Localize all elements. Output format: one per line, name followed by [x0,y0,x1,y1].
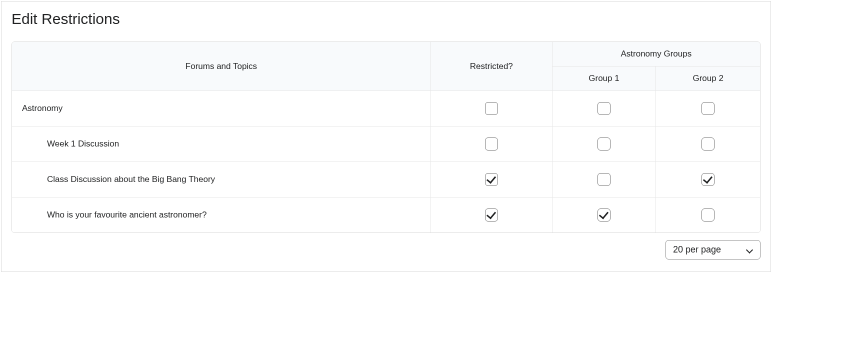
checkbox-group2[interactable] [702,138,714,150]
checkbox-group2[interactable] [702,173,714,186]
checkbox-restricted[interactable] [485,138,498,150]
page-title: Edit Restrictions [12,10,760,28]
pager-row: 20 per page [12,240,760,260]
checkbox-group1[interactable] [598,102,610,115]
cell-group2 [656,162,760,198]
table-row: Who is your favourite ancient astronomer… [12,198,760,232]
cell-group1 [552,91,656,126]
column-header-forums: Forums and Topics [12,42,431,91]
checkbox-restricted[interactable] [485,102,498,115]
checkbox-group2[interactable] [702,102,714,115]
cell-restricted [431,162,552,198]
checkbox-group1[interactable] [598,173,610,186]
row-name-label: Week 1 Discussion [22,139,119,148]
cell-group1 [552,198,656,232]
row-name: Class Discussion about the Big Bang Theo… [12,162,431,198]
checkbox-restricted[interactable] [485,173,498,186]
row-name-label: Astronomy [22,104,62,113]
checkbox-group1[interactable] [598,208,610,222]
row-name: Astronomy [12,91,431,126]
cell-group1 [552,126,656,162]
per-page-label: 20 per page [673,244,721,255]
checkbox-group1[interactable] [598,138,610,150]
cell-group2 [656,91,760,126]
cell-restricted [431,91,552,126]
cell-restricted [431,126,552,162]
table-row: Class Discussion about the Big Bang Theo… [12,162,760,198]
cell-group2 [656,126,760,162]
chevron-down-icon [746,246,753,254]
cell-group1 [552,162,656,198]
row-name-label: Class Discussion about the Big Bang Theo… [22,174,215,184]
table-row: Astronomy [12,91,760,126]
restrictions-table: Forums and Topics Restricted? Astronomy … [12,42,760,233]
checkbox-group2[interactable] [702,208,714,222]
table-row: Week 1 Discussion [12,126,760,162]
row-name: Who is your favourite ancient astronomer… [12,198,431,232]
cell-restricted [431,198,552,232]
row-name-label: Who is your favourite ancient astronomer… [22,210,206,220]
column-header-group1: Group 1 [552,66,656,91]
row-name: Week 1 Discussion [12,126,431,162]
column-header-group-category: Astronomy Groups [552,42,760,66]
column-header-restricted: Restricted? [431,42,552,91]
per-page-select[interactable]: 20 per page [666,240,760,260]
edit-restrictions-panel: Edit Restrictions Forums and Topics Rest… [1,1,771,272]
checkbox-restricted[interactable] [485,208,498,222]
column-header-group2: Group 2 [656,66,760,91]
cell-group2 [656,198,760,232]
